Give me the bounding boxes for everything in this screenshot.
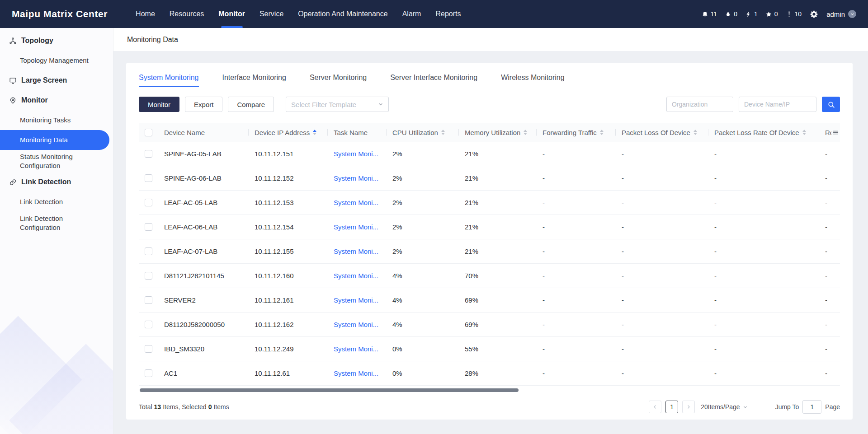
- sidebar-item-link-detection-configuration[interactable]: Link Detection Configuration: [0, 212, 109, 234]
- sort-carets-icon[interactable]: [600, 130, 604, 135]
- sidebar-section-monitor[interactable]: Monitor: [0, 90, 113, 110]
- nav-item-monitor[interactable]: Monitor: [211, 0, 252, 28]
- page-size-select[interactable]: 20Items/Page: [699, 403, 749, 411]
- nav-item-reports[interactable]: Reports: [428, 0, 468, 28]
- device-ip-cell: 10.11.12.160: [248, 272, 327, 280]
- sidebar-section-link-detection[interactable]: Link Detection: [0, 172, 113, 192]
- search-button[interactable]: [822, 97, 840, 112]
- device-name-cell: SPINE-AG-06-LAB: [158, 174, 248, 182]
- sort-carets-icon[interactable]: [802, 130, 806, 135]
- task-name-link[interactable]: System Moni...: [327, 150, 386, 158]
- column-header-device-ip-address[interactable]: Device IP Address: [248, 123, 327, 142]
- table-row: D81120J58200005010.11.12.162System Moni.…: [139, 313, 840, 337]
- row-checkbox[interactable]: [145, 369, 152, 377]
- tab-wireless-monitoring[interactable]: Wireless Monitoring: [501, 74, 564, 87]
- gear-icon[interactable]: [809, 9, 819, 19]
- sidebar-item-monitoring-data[interactable]: Monitoring Data: [0, 130, 109, 150]
- rec-cell: -: [819, 150, 840, 158]
- tab-server-interface-monitoring[interactable]: Server Interface Monitoring: [390, 74, 477, 87]
- scrollbar-thumb[interactable]: [140, 388, 519, 392]
- task-name-link[interactable]: System Moni...: [327, 321, 386, 328]
- forwarding-traffic-cell: -: [536, 174, 615, 182]
- device-ip-cell: 10.11.12.249: [248, 345, 327, 353]
- row-checkbox[interactable]: [145, 174, 152, 182]
- task-name-link[interactable]: System Moni...: [327, 369, 386, 377]
- task-name-link[interactable]: System Moni...: [327, 272, 386, 280]
- nav-item-service[interactable]: Service: [252, 0, 291, 28]
- sidebar-item-link-detection[interactable]: Link Detection: [0, 192, 109, 212]
- next-page-button[interactable]: [682, 401, 695, 413]
- filter-template-select[interactable]: Select Filter Template: [286, 97, 389, 112]
- sort-carets-icon[interactable]: [441, 130, 445, 135]
- tab-interface-monitoring[interactable]: Interface Monitoring: [222, 74, 286, 87]
- table-row: SPINE-AG-06-LAB10.11.12.152System Moni..…: [139, 166, 840, 191]
- export-button[interactable]: Export: [185, 97, 222, 112]
- row-checkbox-cell: [139, 337, 158, 361]
- column-header-packet-loss-rate-of-device[interactable]: Packet Loss Rate Of Device: [708, 123, 819, 142]
- monitor-button[interactable]: Monitor: [139, 97, 179, 112]
- prev-page-button[interactable]: [649, 401, 661, 413]
- column-header-forwarding-traffic[interactable]: Forwarding Traffic: [536, 123, 615, 142]
- status-minor-alarm-icon[interactable]: 0: [765, 10, 778, 18]
- jump-to-input[interactable]: [802, 400, 821, 414]
- row-checkbox[interactable]: [145, 150, 152, 158]
- organization-input[interactable]: [666, 97, 733, 112]
- status-bell-icon[interactable]: 11: [702, 10, 717, 18]
- user-menu[interactable]: admin: [826, 10, 856, 18]
- nav-item-operation-and-maintenance[interactable]: Operation And Maintenance: [291, 0, 395, 28]
- status-warning-alarm-icon[interactable]: 10: [786, 10, 802, 18]
- column-header-memory-utilization[interactable]: Memory Utilization: [458, 123, 536, 142]
- status-major-alarm-icon[interactable]: 1: [745, 10, 758, 18]
- sort-carets-icon[interactable]: [524, 130, 527, 135]
- task-name-link[interactable]: System Moni...: [327, 174, 386, 182]
- sidebar-section-large-screen[interactable]: Large Screen: [0, 70, 113, 90]
- sidebar-item-topology-management[interactable]: Topology Management: [0, 51, 109, 70]
- column-header-cpu-utilization[interactable]: CPU Utilization: [386, 123, 458, 142]
- device-name-cell: AC1: [158, 369, 248, 377]
- cpu-utilization-cell: 4%: [386, 272, 458, 280]
- nav-item-home[interactable]: Home: [128, 0, 162, 28]
- packet-loss-rate-cell: -: [708, 321, 819, 328]
- task-name-link[interactable]: System Moni...: [327, 199, 386, 206]
- status-critical-alarm-icon[interactable]: 0: [725, 10, 737, 18]
- device-ip-cell: 10.11.12.151: [248, 150, 327, 158]
- task-name-link[interactable]: System Moni...: [327, 247, 386, 255]
- tab-system-monitoring[interactable]: System Monitoring: [139, 74, 199, 87]
- task-name-link[interactable]: System Moni...: [327, 296, 386, 304]
- sidebar-item-status-monitoring-configuration[interactable]: Status Monitoring Configuration: [0, 150, 109, 172]
- tab-server-monitoring[interactable]: Server Monitoring: [310, 74, 367, 87]
- row-checkbox[interactable]: [145, 321, 152, 328]
- sort-carets-icon[interactable]: [693, 130, 697, 135]
- row-checkbox[interactable]: [145, 247, 152, 255]
- row-checkbox[interactable]: [145, 345, 152, 353]
- column-header-packet-loss-of-device[interactable]: Packet Loss Of Device: [615, 123, 708, 142]
- task-name-link[interactable]: System Moni...: [327, 223, 386, 231]
- current-page[interactable]: 1: [665, 401, 678, 413]
- column-header-task-name[interactable]: Task Name: [327, 123, 386, 142]
- nav-item-alarm[interactable]: Alarm: [395, 0, 429, 28]
- items-label: Items: [213, 403, 229, 411]
- user-badge: [848, 10, 856, 18]
- column-settings-icon[interactable]: [831, 123, 840, 142]
- sidebar-item-monitoring-tasks[interactable]: Monitoring Tasks: [0, 110, 109, 130]
- forwarding-traffic-cell: -: [536, 345, 615, 353]
- table-row: LEAF-AC-06-LAB10.11.12.154System Moni...…: [139, 215, 840, 239]
- sort-carets-icon[interactable]: [313, 130, 316, 135]
- row-checkbox[interactable]: [145, 223, 152, 231]
- rec-cell: -: [819, 296, 840, 304]
- compare-button[interactable]: Compare: [228, 97, 274, 112]
- task-name-link[interactable]: System Moni...: [327, 345, 386, 353]
- select-all-checkbox[interactable]: [145, 129, 152, 136]
- row-checkbox[interactable]: [145, 296, 152, 304]
- sidebar-section-topology[interactable]: Topology: [0, 31, 113, 51]
- rec-cell: -: [819, 199, 840, 206]
- row-checkbox[interactable]: [145, 272, 152, 280]
- cpu-utilization-cell: 2%: [386, 223, 458, 231]
- app-root: Maipu Matrix Center HomeResourcesMonitor…: [0, 0, 868, 434]
- device-name-ip-input[interactable]: [739, 97, 816, 112]
- nav-item-resources[interactable]: Resources: [162, 0, 211, 28]
- column-header-device-name[interactable]: Device Name: [158, 123, 248, 142]
- column-label: Task Name: [334, 129, 368, 136]
- row-checkbox[interactable]: [145, 199, 152, 206]
- sidebar-section-label: Monitor: [21, 96, 48, 104]
